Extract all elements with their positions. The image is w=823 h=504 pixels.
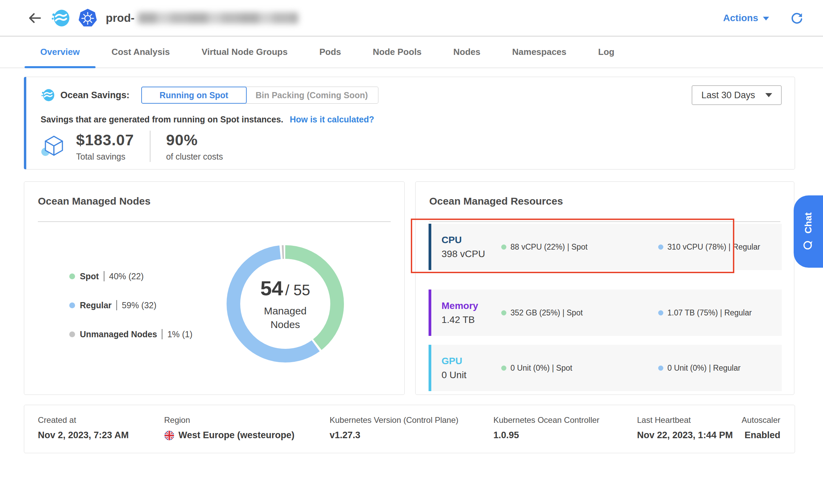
gpu-regular-stat: 0 Unit (0%) | Regular xyxy=(658,364,740,373)
tab-node-pools[interactable]: Node Pools xyxy=(373,36,422,68)
regular-dot xyxy=(658,310,663,315)
total-savings-value: $183.07 xyxy=(76,131,134,149)
chevron-down-icon xyxy=(763,17,769,20)
resource-row-memory: Memory 1.42 TB 352 GB (25%) | Spot 1.07 … xyxy=(429,290,782,336)
cluster-cost-percent: 90% xyxy=(166,131,223,149)
refresh-button[interactable] xyxy=(790,12,803,25)
ocean-managed-nodes-card: Ocean Managed Nodes Spot 40% (22) Regula… xyxy=(24,181,405,395)
cpu-total: 398 vCPU xyxy=(442,249,501,260)
savings-cube-icon xyxy=(41,133,67,160)
redacted-cluster-name xyxy=(138,12,298,24)
chevron-down-icon xyxy=(765,93,772,97)
bin-packing-toggle[interactable]: Bin Packing (Coming Soon) xyxy=(245,87,378,104)
running-on-spot-toggle[interactable]: Running on Spot xyxy=(141,87,247,104)
cluster-cost-metric: 90% of cluster costs xyxy=(166,131,223,162)
regular-dot xyxy=(658,244,663,250)
actions-label: Actions xyxy=(723,13,758,24)
memory-spot-stat: 352 GB (25%) | Spot xyxy=(501,308,658,317)
cpu-color-bar xyxy=(429,224,431,270)
cpu-spot-stat: 88 vCPU (22%) | Spot xyxy=(501,242,658,252)
total-savings-caption: Total savings xyxy=(76,152,134,162)
gpu-label: GPU xyxy=(442,356,501,367)
page-header: prod- Actions xyxy=(0,0,823,36)
savings-description: Savings that are generated from running … xyxy=(41,115,283,124)
created-at-info: Created at Nov 2, 2023, 7:23 AM xyxy=(38,415,129,441)
tab-cost-analysis[interactable]: Cost Analysis xyxy=(112,36,170,68)
managed-count: 54 xyxy=(260,277,283,300)
autoscaler-info: Autoscaler Enabled xyxy=(742,415,780,441)
managed-nodes-title: Ocean Managed Nodes xyxy=(38,195,391,207)
header-actions: Actions xyxy=(723,12,823,25)
regular-legend-dot xyxy=(69,302,75,308)
back-button[interactable] xyxy=(27,10,43,26)
cpu-label: CPU xyxy=(442,235,501,246)
period-dropdown[interactable]: Last 30 Days xyxy=(692,85,782,105)
ocean-controller-info: Kubernetes Ocean Controller 1.0.95 xyxy=(493,415,600,441)
region-info: Region West Europe (westeurope) xyxy=(164,415,294,441)
period-value: Last 30 Days xyxy=(701,90,755,101)
ocean-wave-icon xyxy=(41,88,55,102)
spot-dot xyxy=(501,244,506,250)
ocean-savings-banner: Ocean Savings: Running on Spot Bin Packi… xyxy=(24,77,795,169)
gpu-spot-stat: 0 Unit (0%) | Spot xyxy=(501,364,658,373)
cluster-name-prefix: prod- xyxy=(106,12,134,25)
legend-item-unmanaged: Unmanaged Nodes 1% (1) xyxy=(69,329,192,339)
gpu-total: 0 Unit xyxy=(442,370,501,381)
cluster-cost-caption: of cluster costs xyxy=(166,152,223,162)
uk-flag-icon xyxy=(164,430,174,441)
divider xyxy=(38,221,391,222)
tab-overview[interactable]: Overview xyxy=(40,36,80,68)
tab-nodes[interactable]: Nodes xyxy=(453,36,480,68)
tab-bar: Overview Cost Analysis Virtual Node Grou… xyxy=(0,36,823,68)
regular-dot xyxy=(658,366,663,371)
ocean-managed-resources-card: Ocean Managed Resources CPU 398 vCPU 88 … xyxy=(415,181,794,395)
tab-log[interactable]: Log xyxy=(598,36,615,68)
last-heartbeat-info: Last Heartbeat Nov 22, 2023, 1:44 PM xyxy=(637,415,733,441)
cluster-title: prod- xyxy=(106,12,298,25)
memory-regular-stat: 1.07 TB (75%) | Regular xyxy=(658,308,752,317)
chat-button[interactable]: Chat xyxy=(794,195,823,268)
region-value: West Europe (westeurope) xyxy=(178,430,294,441)
gpu-color-bar xyxy=(429,345,431,391)
spot-legend-dot xyxy=(69,273,75,279)
tab-virtual-node-groups[interactable]: Virtual Node Groups xyxy=(202,36,288,68)
memory-color-bar xyxy=(429,290,431,336)
refresh-icon xyxy=(790,12,803,25)
chat-bubble-icon xyxy=(803,239,814,251)
chat-label: Chat xyxy=(803,212,814,234)
legend-item-regular: Regular 59% (32) xyxy=(69,300,157,310)
tab-pods[interactable]: Pods xyxy=(319,36,341,68)
managed-resources-title: Ocean Managed Resources xyxy=(429,195,780,207)
actions-button[interactable]: Actions xyxy=(723,13,769,24)
memory-total: 1.42 TB xyxy=(442,314,501,325)
unmanaged-legend-dot xyxy=(69,331,75,337)
resource-row-cpu: CPU 398 vCPU 88 vCPU (22%) | Spot 310 vC… xyxy=(429,224,782,270)
kubernetes-icon xyxy=(78,8,98,28)
ocean-cluster-overview-page: prod- Actions Overview Cost Analysis Vir… xyxy=(0,0,823,504)
managed-nodes-donut-chart: 54 / 55 Managed Nodes xyxy=(224,242,347,365)
donut-center-label: 54 / 55 Managed Nodes xyxy=(224,242,347,365)
donut-caption: Managed Nodes xyxy=(253,304,318,331)
total-count: / 55 xyxy=(285,282,310,299)
ocean-savings-label: Ocean Savings: xyxy=(60,90,130,101)
legend-item-spot: Spot 40% (22) xyxy=(69,271,144,281)
divider xyxy=(429,221,780,222)
divider xyxy=(150,131,150,162)
ocean-logo-icon xyxy=(50,8,70,28)
cluster-info-bar: Created at Nov 2, 2023, 7:23 AM Region W… xyxy=(24,405,795,453)
resource-row-gpu: GPU 0 Unit 0 Unit (0%) | Spot 0 Unit (0%… xyxy=(429,345,782,391)
arrow-left-icon xyxy=(27,11,42,26)
total-savings-metric: $183.07 Total savings xyxy=(76,131,134,162)
spot-dot xyxy=(501,310,506,315)
cpu-regular-stat: 310 vCPU (78%) | Regular xyxy=(658,242,760,252)
memory-label: Memory xyxy=(442,300,501,311)
savings-mode-toggle: Running on Spot Bin Packing (Coming Soon… xyxy=(141,87,379,104)
tab-namespaces[interactable]: Namespaces xyxy=(512,36,566,68)
how-calculated-link[interactable]: How is it calculated? xyxy=(290,115,374,124)
spot-dot xyxy=(501,366,506,371)
kubernetes-version-info: Kubernetes Version (Control Plane) v1.27… xyxy=(330,415,459,441)
